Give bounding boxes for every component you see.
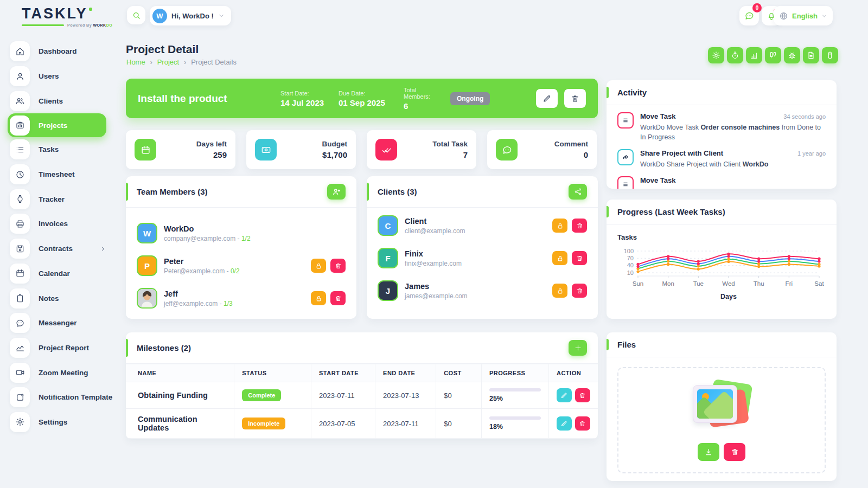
stat-value: $1,700 [322, 150, 348, 159]
chart-y-axis-title: Tasks [617, 233, 826, 241]
calendar-icon [135, 139, 156, 160]
lock-icon [557, 255, 564, 262]
start-date-value: 14 Jul 2023 [280, 98, 326, 107]
column-header: COST [436, 364, 482, 382]
sidebar-item-projects[interactable]: Projects [8, 113, 106, 137]
svg-text:Fri: Fri [786, 280, 793, 287]
svg-text:70: 70 [627, 255, 634, 261]
clients-card: Clients (3) CClientclient@example.comFFi… [367, 176, 598, 319]
lock-button[interactable] [311, 259, 326, 273]
messages-button[interactable]: 0 [739, 6, 759, 25]
sidebar-item-clients[interactable]: Clients [8, 88, 119, 113]
trash-icon [579, 420, 586, 427]
user-icon [10, 66, 30, 86]
svg-text:Mon: Mon [662, 280, 674, 287]
sidebar-item-dashboard[interactable]: Dashboard [8, 39, 119, 64]
sidebar-item-invoices[interactable]: Invoices [8, 211, 119, 236]
milestone-name: Communication Updates [126, 409, 234, 439]
lock-icon [557, 222, 564, 229]
powered-by-text: Powered By WORKDO [67, 23, 112, 27]
breadcrumb-project[interactable]: Project [157, 58, 179, 66]
mouse-toolbar-button[interactable] [822, 47, 838, 63]
lock-button[interactable] [552, 219, 567, 233]
sidebar-item-tasks[interactable]: Tasks [8, 137, 119, 162]
app-logo[interactable]: TASKLY Powered By WORKDO [22, 7, 103, 27]
trash-icon [576, 287, 583, 294]
avatar: J [378, 280, 398, 301]
table-row: Obtaining FundingComplete2023-07-112023-… [126, 382, 598, 409]
progress-bar [489, 416, 541, 420]
delete-button[interactable] [572, 284, 587, 298]
gear-toolbar-button[interactable] [708, 47, 724, 63]
delete-milestone-button[interactable] [575, 416, 590, 431]
avatar: C [378, 215, 398, 236]
sidebar-item-label: Tracker [39, 195, 65, 203]
sidebar-item-calendar[interactable]: Calendar [8, 261, 119, 286]
user-greeting: Hi, WorkDo ! [171, 12, 214, 20]
sidebar-item-tracker[interactable]: Tracker [8, 187, 119, 211]
breadcrumb-home[interactable]: Home [126, 58, 145, 66]
status-badge: Ongoing [450, 92, 490, 105]
start-date-label: Start Date: [280, 90, 326, 97]
sidebar-item-zoom-meeting[interactable]: Zoom Meeting [8, 360, 119, 385]
lock-icon [557, 287, 564, 294]
sidebar-item-timesheet[interactable]: Timesheet [8, 162, 119, 187]
milestone-status-badge: Incomplete [242, 418, 285, 429]
sidebar-item-notification-template[interactable]: Notification Template [8, 385, 119, 410]
sidebar-item-project-report[interactable]: Project Report [8, 336, 119, 361]
delete-button[interactable] [330, 259, 346, 273]
sidebar-item-contracts[interactable]: Contracts [8, 236, 119, 261]
sidebar-item-notes[interactable]: Notes [8, 286, 119, 311]
user-menu[interactable]: W Hi, WorkDo ! [150, 6, 231, 25]
column-header: NAME [126, 364, 234, 382]
lock-button[interactable] [552, 284, 567, 298]
kanban-icon [769, 51, 777, 60]
svg-text:Wed: Wed [722, 280, 735, 287]
edit-project-button[interactable] [536, 89, 558, 108]
activity-description: WorkDo Move Task Order console machines … [640, 123, 826, 142]
delete-button[interactable] [572, 251, 587, 265]
bug-toolbar-button[interactable] [784, 47, 800, 63]
logo-underline [22, 24, 64, 26]
chevron-right-icon [100, 246, 106, 252]
bar-chart-toolbar-button[interactable] [746, 47, 762, 63]
list-icon [617, 176, 634, 189]
delete-button[interactable] [330, 291, 346, 305]
search-button[interactable] [127, 6, 145, 24]
sidebar-item-settings[interactable]: Settings [8, 410, 119, 435]
list-item-finix: FFinixfinix@example.com [378, 248, 587, 268]
sidebar-item-label: Dashboard [39, 47, 77, 55]
download-file-button[interactable] [698, 443, 719, 461]
file-dropzone[interactable] [617, 367, 826, 473]
kanban-toolbar-button[interactable] [765, 47, 781, 63]
delete-milestone-button[interactable] [575, 388, 590, 402]
add-member-button[interactable] [327, 184, 346, 200]
progress-title: Progress (Last Week Tasks) [617, 207, 725, 216]
project-name: Install the product [138, 93, 280, 105]
stat-label: Days left [196, 140, 227, 148]
delete-button[interactable] [572, 219, 587, 233]
sidebar-item-label: Notification Template [39, 393, 112, 401]
lock-button[interactable] [552, 251, 567, 265]
edit-milestone-button[interactable] [557, 388, 572, 402]
file-toolbar-button[interactable] [803, 47, 819, 63]
logo-dot [89, 8, 92, 11]
svg-text:Sun: Sun [633, 280, 643, 287]
pencil-icon [560, 420, 567, 427]
lock-button[interactable] [311, 291, 326, 305]
person-email: james@example.com [405, 292, 468, 300]
stopwatch-toolbar-button[interactable] [727, 47, 743, 63]
activity-description: WorkDo Share Project with Client WorkDo [640, 159, 826, 169]
sidebar-item-messenger[interactable]: Messenger [8, 311, 119, 336]
list-item-client: CClientclient@example.com [378, 215, 587, 236]
language-selector[interactable]: English [774, 6, 833, 25]
sidebar-item-users[interactable]: Users [8, 64, 119, 89]
list-item-james: JJamesjames@example.com [378, 280, 587, 301]
delete-file-button[interactable] [724, 443, 745, 461]
add-milestone-button[interactable] [569, 340, 587, 356]
share-client-button[interactable] [569, 184, 587, 200]
delete-project-button[interactable] [564, 89, 586, 108]
edit-milestone-button[interactable] [557, 416, 572, 431]
tasks-line-chart: 104070100SunMonTueWedThuFriSatDays [617, 242, 826, 306]
sidebar-item-label: Messenger [39, 319, 77, 327]
